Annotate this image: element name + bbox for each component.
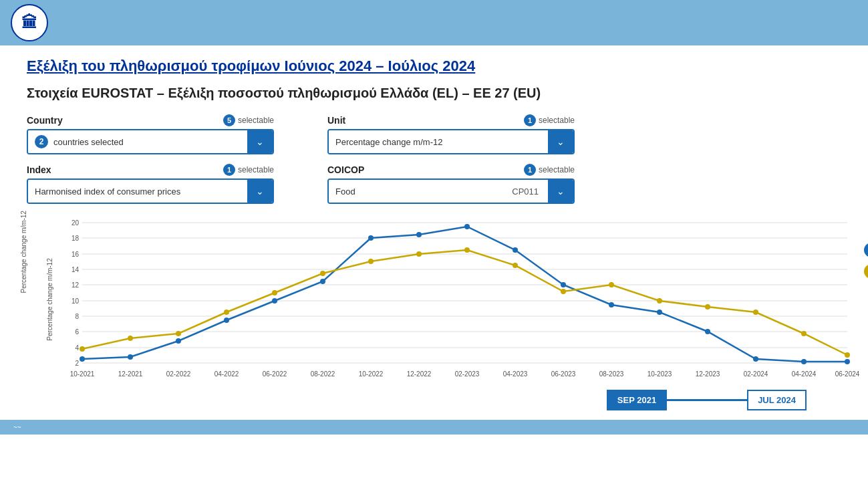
svg-point-41 — [272, 298, 277, 303]
svg-point-59 — [320, 271, 325, 276]
timeline-start-btn[interactable]: SEP 2021 — [607, 390, 667, 410]
country-chevron-icon: ⌄ — [256, 136, 264, 147]
svg-point-54 — [80, 346, 85, 352]
header-bar: 🏛 — [0, 0, 868, 45]
index-dropdown-value: Harmonised index of consumer prices — [28, 180, 247, 203]
el-legend-dot — [864, 264, 868, 279]
coicop-selectable-text: selectable — [539, 165, 575, 174]
logo: 🏛 — [11, 4, 48, 41]
bottom-logo: ~~ — [13, 424, 21, 431]
country-label: Country — [27, 115, 63, 126]
unit-label: Unit — [327, 115, 345, 126]
coicop-control: COICOP 1 selectable Food CP011 ⌄ — [327, 164, 575, 204]
index-label: Index — [27, 164, 51, 175]
country-dropdown-btn[interactable]: ⌄ — [247, 130, 273, 153]
unit-dropdown-btn[interactable]: ⌄ — [548, 130, 573, 153]
svg-text:02-2024: 02-2024 — [744, 370, 768, 378]
index-selectable-count: 1 — [223, 164, 235, 176]
country-label-row: Country 5 selectable — [27, 114, 274, 126]
index-selectable-badge: 1 selectable — [223, 164, 274, 176]
coicop-selectable-badge: 1 selectable — [524, 164, 575, 176]
country-selectable-text: selectable — [238, 116, 274, 125]
svg-point-65 — [609, 282, 614, 287]
index-selectable-text: selectable — [238, 165, 274, 174]
country-selectable-badge: 5 selectable — [223, 114, 274, 126]
svg-text:04-2023: 04-2023 — [503, 370, 528, 378]
svg-text:12-2021: 12-2021 — [118, 370, 143, 378]
country-selected-count: 2 — [35, 135, 48, 148]
svg-point-51 — [753, 356, 758, 362]
section-title: Στοιχεία EUROSTAT – Εξέλιξη ποσοστού πλη… — [27, 86, 841, 101]
bottom-bar: ~~ — [0, 420, 868, 435]
timeline-end-btn[interactable]: JUL 2024 — [747, 390, 807, 410]
svg-text:12-2023: 12-2023 — [696, 370, 720, 378]
coicop-dropdown[interactable]: Food CP011 ⌄ — [327, 178, 575, 204]
svg-point-67 — [705, 304, 710, 310]
controls-grid: Country 5 selectable 2 countries selecte… — [27, 114, 575, 204]
svg-point-50 — [705, 329, 710, 334]
svg-point-55 — [128, 336, 133, 341]
svg-text:04-2022: 04-2022 — [214, 370, 239, 378]
chart-svg-wrapper: Percentage change m/m-12 .grid-line { st… — [47, 216, 841, 383]
unit-label-row: Unit 1 selectable — [327, 114, 575, 126]
unit-dropdown[interactable]: Percentage change m/m-12 ⌄ — [327, 129, 575, 154]
svg-text:06-2023: 06-2023 — [551, 370, 576, 378]
unit-dropdown-value: Percentage change m/m-12 — [329, 130, 548, 153]
index-control: Index 1 selectable Harmonised index of c… — [27, 164, 274, 204]
unit-selectable-count: 1 — [524, 114, 536, 126]
svg-point-42 — [320, 279, 325, 284]
country-dropdown-value: 2 countries selected — [28, 130, 247, 153]
svg-point-62 — [464, 247, 470, 253]
svg-text:10-2022: 10-2022 — [359, 370, 384, 378]
el-line — [80, 247, 850, 358]
index-dropdown-btn[interactable]: ⌄ — [247, 180, 273, 203]
svg-point-69 — [801, 331, 807, 336]
unit-control: Unit 1 selectable Percentage change m/m-… — [327, 114, 575, 154]
svg-point-52 — [801, 359, 807, 364]
svg-text:4: 4 — [75, 344, 79, 352]
svg-point-64 — [561, 289, 566, 294]
legend-el: EL — [864, 264, 868, 279]
index-dropdown[interactable]: Harmonised index of consumer prices ⌄ — [27, 178, 274, 204]
coicop-label-row: COICOP 1 selectable — [327, 164, 575, 176]
unit-selectable-badge: 1 selectable — [524, 114, 575, 126]
chart-container: Percentage change m/m-12 Percentage chan… — [27, 216, 841, 383]
country-control: Country 5 selectable 2 countries selecte… — [27, 114, 274, 154]
x-axis-group: 10-2021 12-2021 02-2022 04-2022 06-2022 … — [70, 370, 860, 378]
eu-line — [80, 224, 850, 364]
svg-point-45 — [464, 224, 470, 229]
y-axis-svg-label: Percentage change m/m-12 — [46, 258, 53, 341]
svg-point-38 — [128, 354, 133, 360]
unit-value-text: Percentage change m/m-12 — [335, 137, 442, 147]
index-chevron-icon: ⌄ — [256, 186, 264, 197]
svg-text:06-2024: 06-2024 — [835, 370, 860, 378]
chart-legend: EU EL — [864, 243, 868, 279]
svg-point-53 — [845, 359, 850, 364]
svg-point-43 — [368, 235, 374, 241]
svg-point-70 — [845, 352, 850, 358]
svg-point-40 — [224, 318, 229, 323]
svg-point-63 — [513, 263, 518, 268]
coicop-dropdown-value: Food CP011 — [329, 180, 548, 203]
timeline-bar: SEP 2021 JUL 2024 — [27, 390, 841, 410]
svg-point-57 — [224, 310, 229, 315]
svg-point-66 — [657, 298, 662, 303]
main-content: Εξέλιξη του πληθωρισμού τροφίμων Ιούνιος… — [0, 45, 868, 410]
index-label-row: Index 1 selectable — [27, 164, 274, 176]
svg-point-44 — [416, 232, 422, 237]
unit-chevron-icon: ⌄ — [557, 136, 565, 147]
svg-point-48 — [609, 302, 614, 308]
coicop-dropdown-btn[interactable]: ⌄ — [548, 180, 573, 203]
coicop-label: COICOP — [327, 164, 364, 175]
svg-text:08-2022: 08-2022 — [311, 370, 335, 378]
logo-icon: 🏛 — [21, 13, 37, 32]
country-selectable-count: 5 — [223, 114, 235, 126]
timeline-line — [667, 399, 747, 401]
svg-text:8: 8 — [75, 313, 79, 320]
svg-point-39 — [176, 338, 181, 344]
svg-point-56 — [176, 331, 181, 336]
svg-text:16: 16 — [71, 251, 80, 258]
country-dropdown[interactable]: 2 countries selected ⌄ — [27, 129, 274, 154]
svg-point-46 — [513, 247, 518, 253]
svg-point-49 — [657, 310, 662, 315]
